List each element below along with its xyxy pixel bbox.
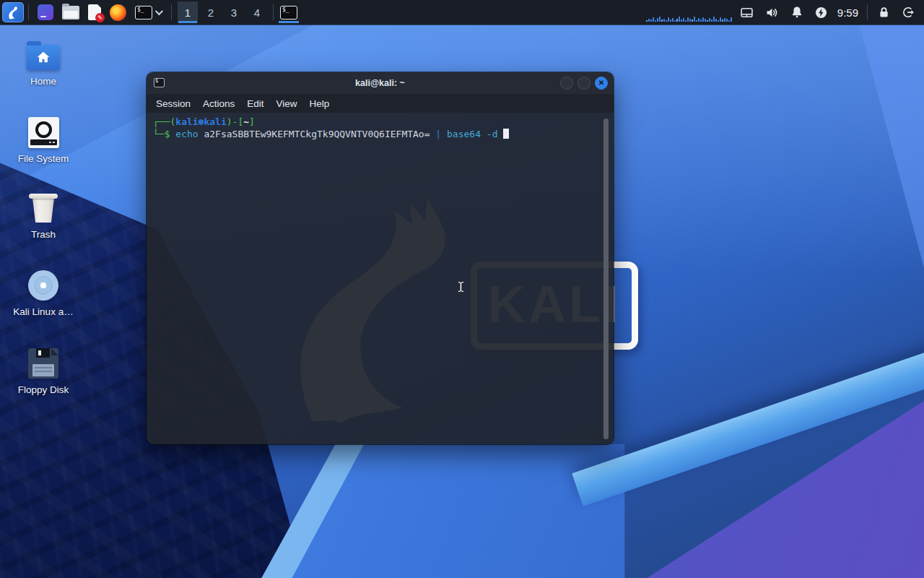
panel-separator [171, 4, 172, 20]
desktop-icon-label: Home [30, 76, 56, 87]
text-editor-icon: ✎ [88, 4, 101, 20]
desktop-icon-kali-linux[interactable]: Kali Linux a… [9, 269, 78, 317]
house-icon [35, 49, 51, 65]
volume-control[interactable] [764, 5, 780, 20]
panel-separator [867, 4, 868, 20]
logout-button[interactable] [901, 5, 915, 20]
launcher-window-app[interactable] [38, 4, 53, 20]
desktop-icon-label: Trash [31, 229, 56, 240]
drive-icon [28, 117, 59, 148]
terminal-titlebar[interactable]: kali@kali: ~ ✕ [147, 72, 614, 94]
window-app-icon [38, 4, 53, 20]
lock-screen-button[interactable] [877, 6, 891, 20]
top-panel: ✎ $_ 1 2 3 4 $_ [0, 0, 924, 25]
terminal-icon: $_ [280, 6, 297, 20]
workspace-2[interactable]: 2 [201, 1, 221, 23]
system-tray: 9:59 [645, 3, 924, 22]
drive-slot [30, 139, 57, 145]
desktop-icon-file-system[interactable]: File System [9, 116, 78, 164]
menu-actions[interactable]: Actions [203, 98, 235, 109]
terminal-output: ┌──(kali⊛kali)-[~]└─$ echo a2FsaSBBTEw9K… [153, 116, 599, 140]
disc-icon [28, 270, 58, 301]
menu-edit[interactable]: Edit [247, 98, 263, 109]
floppy-label [32, 364, 54, 376]
floppy-shutter [36, 348, 50, 358]
terminal-scrollbar[interactable] [603, 118, 609, 439]
kali-menu-button[interactable] [2, 2, 24, 22]
launcher-terminal[interactable]: $_ [135, 6, 152, 20]
desktop-icon-label: Floppy Disk [18, 384, 69, 395]
workspace-4[interactable]: 4 [247, 1, 267, 23]
lock-icon [877, 6, 891, 20]
terminal-menubar: Session Actions Edit View Help [147, 94, 614, 113]
workspace-3[interactable]: 3 [224, 1, 244, 23]
touchpad-indicator[interactable] [739, 5, 754, 20]
menu-session[interactable]: Session [156, 98, 191, 109]
minimize-button[interactable] [560, 77, 573, 90]
clock[interactable]: 9:59 [837, 7, 858, 19]
terminal-icon: $_ [135, 6, 152, 20]
workspace-1[interactable]: 1 [178, 1, 198, 23]
menu-view[interactable]: View [276, 98, 297, 109]
notifications[interactable] [790, 5, 804, 20]
trash-lid [29, 194, 58, 199]
kali-logo-icon [6, 5, 19, 20]
floppy-icon [28, 348, 58, 379]
home-folder-icon [27, 45, 60, 70]
desktop-icon-home[interactable]: Home [9, 39, 78, 87]
ibeam-cursor [456, 280, 468, 297]
bell-icon [790, 5, 804, 20]
launcher-firefox[interactable] [110, 4, 126, 21]
volume-icon [764, 5, 780, 20]
desktop-icon-floppy-disk[interactable]: Floppy Disk [9, 348, 78, 395]
terminal-cursor [503, 129, 509, 139]
terminal-body[interactable]: ┌──(kali⊛kali)-[~]└─$ echo a2FsaSBBTEw9K… [147, 113, 614, 444]
system-monitor-graph[interactable] [645, 3, 734, 22]
terminal-output-line: └─$ echo a2FsaSBBTEw9KEFMTCkgTk9QQVNTV0Q… [153, 128, 599, 140]
taskbar-terminal-window[interactable]: $_ [278, 1, 300, 23]
desktop-icon-label: Kali Linux a… [13, 306, 73, 317]
desktop-icon-trash[interactable]: Trash [9, 192, 78, 240]
menu-help[interactable]: Help [310, 98, 330, 109]
trash-icon [31, 198, 56, 223]
desktop-icon-label: File System [18, 153, 69, 164]
workspace-switcher: 1 2 3 4 [176, 1, 269, 23]
firefox-icon [110, 4, 126, 21]
launcher-text-editor[interactable]: ✎ [88, 4, 101, 20]
close-button[interactable]: ✕ [595, 77, 608, 90]
desktop-root: KALI Home File System Trash Kali Linux a… [0, 0, 924, 578]
drive-ring [35, 121, 52, 138]
launcher-file-manager[interactable] [62, 6, 79, 20]
panel-separator [28, 4, 29, 20]
terminal-output-line: ┌──(kali⊛kali)-[~] [153, 116, 599, 128]
file-manager-icon [62, 6, 79, 20]
window-title: kali@kali: ~ [147, 78, 614, 88]
terminal-window: kali@kali: ~ ✕ Session Actions Edit View… [147, 72, 614, 444]
maximize-button[interactable] [578, 77, 590, 90]
chevron-down-icon[interactable] [155, 7, 163, 15]
panel-separator [273, 4, 274, 20]
power-battery-icon [814, 6, 828, 20]
touchpad-icon [739, 5, 754, 20]
power-manager[interactable] [814, 6, 828, 20]
logout-icon [901, 5, 915, 20]
